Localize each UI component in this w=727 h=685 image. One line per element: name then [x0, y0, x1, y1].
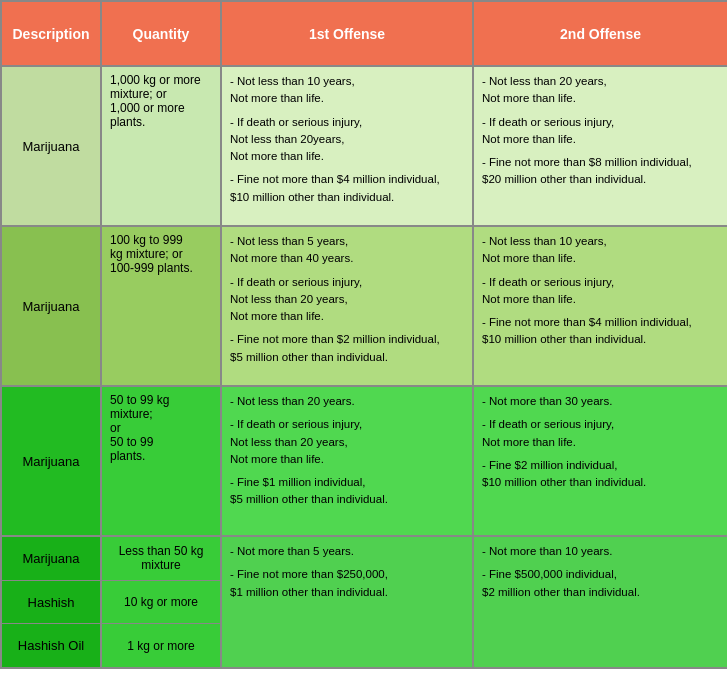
offense1-cell-row1: - Not less than 10 years,Not more than l…	[222, 67, 474, 225]
offense1-cell-row4: - Not more than 5 years. - Fine not more…	[222, 537, 474, 667]
qty-sub-hashishoil: 1 kg or more	[102, 624, 220, 667]
header-row: Description Quantity 1st Offense 2nd Off…	[2, 2, 725, 67]
table-row: Marijuana 50 to 99 kgmixture;or50 to 99p…	[2, 387, 725, 537]
table-row: Marijuana 1,000 kg or more mixture; or1,…	[2, 67, 725, 227]
header-description: Description	[2, 2, 102, 65]
offense1-cell-row3: - Not less than 20 years. - If death or …	[222, 387, 474, 535]
desc-sub-marijuana: Marijuana	[2, 537, 100, 581]
table-row: Marijuana 100 kg to 999kg mixture; or100…	[2, 227, 725, 387]
desc-cell-row2: Marijuana	[2, 227, 102, 385]
qty-cell-row4: Less than 50 kg mixture 10 kg or more 1 …	[102, 537, 222, 667]
offense2-cell-row3: - Not more than 30 years. - If death or …	[474, 387, 727, 535]
header-offense1: 1st Offense	[222, 2, 474, 65]
qty-sub-marijuana: Less than 50 kg mixture	[102, 537, 220, 581]
desc-cell-row4: Marijuana Hashish Hashish Oil	[2, 537, 102, 667]
main-table: Description Quantity 1st Offense 2nd Off…	[0, 0, 727, 669]
offense2-cell-row2: - Not less than 10 years,Not more than l…	[474, 227, 727, 385]
qty-cell-row3: 50 to 99 kgmixture;or50 to 99plants.	[102, 387, 222, 535]
desc-sub-hashish: Hashish	[2, 581, 100, 625]
table-row: Marijuana Hashish Hashish Oil Less than …	[2, 537, 725, 667]
qty-cell-row2: 100 kg to 999kg mixture; or100-999 plant…	[102, 227, 222, 385]
qty-sub-hashish: 10 kg or more	[102, 581, 220, 625]
offense1-cell-row2: - Not less than 5 years,Not more than 40…	[222, 227, 474, 385]
header-offense2: 2nd Offense	[474, 2, 727, 65]
header-quantity: Quantity	[102, 2, 222, 65]
desc-sub-hashishoil: Hashish Oil	[2, 624, 100, 667]
offense2-cell-row1: - Not less than 20 years,Not more than l…	[474, 67, 727, 225]
desc-cell-row1: Marijuana	[2, 67, 102, 225]
desc-cell-row3: Marijuana	[2, 387, 102, 535]
offense2-cell-row4: - Not more than 10 years. - Fine $500,00…	[474, 537, 727, 667]
qty-cell-row1: 1,000 kg or more mixture; or1,000 or mor…	[102, 67, 222, 225]
